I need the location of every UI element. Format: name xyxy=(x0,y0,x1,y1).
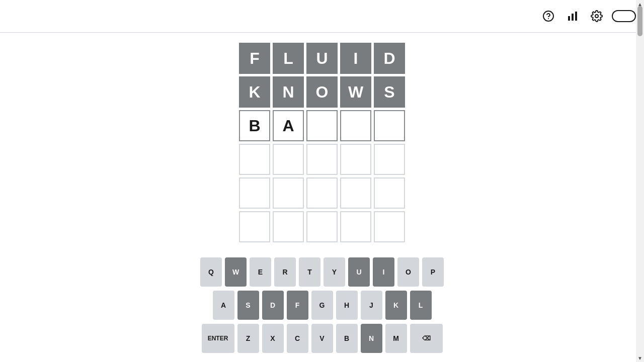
key-b[interactable]: B xyxy=(336,324,358,353)
game-grid: FLUIDKNOWSBA xyxy=(239,43,405,242)
tile-r1-c3: W xyxy=(340,76,371,108)
tile-r3-c0 xyxy=(239,144,270,175)
tile-r2-c0: B xyxy=(239,110,270,141)
tile-r2-c4 xyxy=(374,110,405,141)
svg-point-5 xyxy=(595,15,598,18)
tile-r4-c3 xyxy=(340,177,371,209)
key-z[interactable]: Z xyxy=(237,324,259,353)
scrollbar-down[interactable]: ▼ xyxy=(636,354,644,362)
key-m[interactable]: M xyxy=(385,324,407,353)
tile-r4-c1 xyxy=(273,177,304,209)
header-left xyxy=(8,12,16,20)
svg-rect-4 xyxy=(575,12,577,21)
scrollbar-thumb[interactable] xyxy=(637,6,642,36)
key-c[interactable]: C xyxy=(287,324,308,353)
menu-icon[interactable] xyxy=(8,12,16,20)
key-y[interactable]: Y xyxy=(324,257,345,287)
tile-r5-c3 xyxy=(340,211,371,242)
key-n[interactable]: N xyxy=(361,324,382,353)
tile-r4-c2 xyxy=(306,177,338,209)
key-q[interactable]: Q xyxy=(200,257,222,287)
key-s[interactable]: S xyxy=(237,291,259,320)
key-i[interactable]: I xyxy=(373,257,394,287)
tile-r2-c3 xyxy=(340,110,371,141)
tile-r5-c4 xyxy=(374,211,405,242)
key-r[interactable]: R xyxy=(274,257,296,287)
key-t[interactable]: T xyxy=(299,257,320,287)
key-x[interactable]: X xyxy=(262,324,284,353)
scrollbar[interactable]: ▲ ▼ xyxy=(636,0,644,362)
key-h[interactable]: H xyxy=(336,291,358,320)
help-icon[interactable] xyxy=(539,7,557,25)
key-k[interactable]: K xyxy=(385,291,407,320)
svg-rect-2 xyxy=(568,16,570,21)
key-o[interactable]: O xyxy=(397,257,419,287)
keyboard-row-1: ASDFGHJKL xyxy=(213,291,432,320)
key-e[interactable]: E xyxy=(250,257,271,287)
tile-r1-c4: S xyxy=(374,76,405,108)
key-backspace[interactable]: ⌫ xyxy=(410,324,443,353)
tile-r3-c4 xyxy=(374,144,405,175)
key-w[interactable]: W xyxy=(225,257,247,287)
subscribe-button[interactable] xyxy=(612,10,636,22)
tile-r0-c4: D xyxy=(374,43,405,74)
tile-r2-c1: A xyxy=(273,110,304,141)
keyboard-row-2: ENTERZXCVBNM⌫ xyxy=(202,324,443,353)
key-f[interactable]: F xyxy=(287,291,308,320)
keyboard-row-0: QWERTYUIOP xyxy=(200,257,444,287)
tile-r3-c1 xyxy=(273,144,304,175)
tile-r1-c2: O xyxy=(306,76,338,108)
tile-r0-c1: L xyxy=(273,43,304,74)
key-a[interactable]: A xyxy=(213,291,234,320)
stats-icon[interactable] xyxy=(564,7,582,25)
tile-r1-c1: N xyxy=(273,76,304,108)
key-d[interactable]: D xyxy=(262,291,284,320)
tile-r3-c2 xyxy=(306,144,338,175)
header-right xyxy=(539,7,636,25)
tile-r5-c1 xyxy=(273,211,304,242)
tile-r4-c0 xyxy=(239,177,270,209)
tile-r4-c4 xyxy=(374,177,405,209)
settings-icon[interactable] xyxy=(588,7,606,25)
main-area: FLUIDKNOWSBA QWERTYUIOPASDFGHJKLENTERZXC… xyxy=(0,33,644,353)
header xyxy=(0,0,644,33)
tile-r0-c0: F xyxy=(239,43,270,74)
key-v[interactable]: V xyxy=(311,324,333,353)
tile-r0-c3: I xyxy=(340,43,371,74)
key-j[interactable]: J xyxy=(361,291,382,320)
tile-r2-c2 xyxy=(306,110,338,141)
svg-rect-3 xyxy=(572,14,574,21)
key-enter[interactable]: ENTER xyxy=(202,324,234,353)
tile-r5-c2 xyxy=(306,211,338,242)
key-p[interactable]: P xyxy=(422,257,444,287)
keyboard: QWERTYUIOPASDFGHJKLENTERZXCVBNM⌫ xyxy=(200,257,444,353)
tile-r0-c2: U xyxy=(306,43,338,74)
key-g[interactable]: G xyxy=(311,291,333,320)
key-l[interactable]: L xyxy=(410,291,432,320)
tile-r5-c0 xyxy=(239,211,270,242)
tile-r3-c3 xyxy=(340,144,371,175)
key-u[interactable]: U xyxy=(348,257,370,287)
tile-r1-c0: K xyxy=(239,76,270,108)
